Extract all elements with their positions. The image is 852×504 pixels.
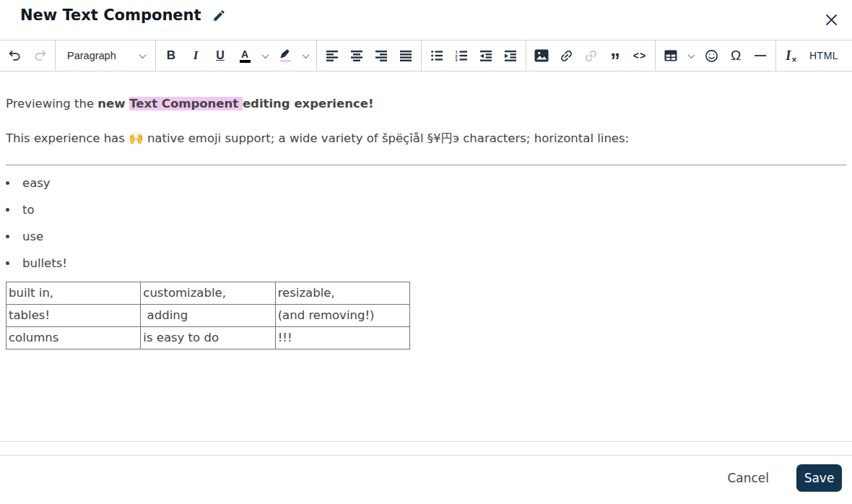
- cancel-button[interactable]: Cancel: [718, 465, 778, 491]
- list-group: 123: [422, 40, 526, 71]
- unlink-button[interactable]: [578, 44, 603, 67]
- emoji-icon: [705, 49, 718, 63]
- redo-icon: [32, 48, 47, 63]
- paragraph-format-label: Paragraph: [67, 50, 116, 61]
- table-cell[interactable]: tables!: [6, 305, 141, 327]
- save-button[interactable]: Save: [796, 464, 842, 492]
- chevron-down-icon: [261, 51, 269, 58]
- undo-button[interactable]: [3, 44, 27, 67]
- inline-format-group: B I U A: [156, 40, 317, 71]
- list-item: to: [18, 201, 846, 219]
- close-icon: [825, 17, 838, 28]
- italic-icon: I: [194, 48, 199, 63]
- edit-title-button[interactable]: [212, 9, 226, 25]
- paragraph-intro: Previewing the new Text Component editin…: [6, 95, 846, 113]
- align-center-icon: [350, 50, 363, 61]
- insert-group: ” <>: [526, 40, 656, 71]
- align-left-icon: [326, 50, 339, 61]
- editor-toolbar: Paragraph B I U A: [0, 40, 852, 71]
- page-title: New Text Component: [20, 6, 201, 25]
- horizontal-rule-button[interactable]: —: [748, 44, 773, 67]
- indent-icon: [504, 50, 517, 61]
- align-center-button[interactable]: [344, 44, 369, 67]
- history-group: [0, 40, 56, 71]
- table-row: columns is easy to do !!!: [6, 327, 410, 349]
- objects-group: Ω —: [656, 40, 776, 71]
- redo-button[interactable]: [27, 44, 52, 67]
- align-right-button[interactable]: [369, 44, 394, 67]
- intro-highlighted-text: Text Component: [129, 97, 243, 110]
- bullet-list: easy to use bullets!: [6, 175, 846, 272]
- bullet-list-button[interactable]: [425, 44, 449, 67]
- align-left-button[interactable]: [320, 44, 344, 67]
- special-char-button[interactable]: Ω: [723, 44, 748, 67]
- unlink-icon: [583, 48, 599, 64]
- misc-group: I× HTML: [776, 40, 847, 71]
- table-cell[interactable]: !!!: [275, 327, 409, 349]
- highlight-color-menu-button[interactable]: [297, 44, 313, 67]
- list-item: bullets!: [18, 255, 846, 272]
- blockquote-button[interactable]: ”: [603, 44, 627, 67]
- chevron-down-icon: [302, 51, 309, 58]
- code-icon: <>: [633, 50, 646, 61]
- outdent-button[interactable]: [474, 44, 498, 67]
- table-menu-button[interactable]: [683, 44, 699, 67]
- html-button-label: HTML: [809, 50, 838, 61]
- underline-button[interactable]: U: [208, 44, 232, 67]
- table-icon: [664, 50, 677, 61]
- table-cell[interactable]: is easy to do: [141, 327, 275, 349]
- chevron-down-icon: [687, 51, 695, 58]
- insert-link-button[interactable]: [554, 44, 578, 67]
- paragraph-format-select[interactable]: Paragraph: [58, 44, 152, 67]
- bold-button[interactable]: B: [159, 44, 183, 67]
- highlighter-icon: [279, 49, 291, 62]
- table-row: built in, customizable, resizable,: [6, 282, 410, 305]
- content-table: built in, customizable, resizable, table…: [6, 282, 410, 349]
- bold-icon: B: [167, 48, 175, 63]
- table-cell[interactable]: (and removing!): [275, 305, 409, 327]
- bullet-list-icon: [430, 50, 443, 61]
- intro-bold-tail: editing experience!: [243, 97, 374, 110]
- clear-formatting-button[interactable]: I×: [779, 44, 804, 67]
- table-cell[interactable]: resizable,: [275, 282, 409, 305]
- highlight-color-button[interactable]: [273, 44, 297, 67]
- modal-header: New Text Component: [0, 0, 852, 40]
- horizontal-rule-icon: —: [755, 49, 766, 62]
- align-justify-button[interactable]: [394, 44, 418, 67]
- list-item: easy: [18, 175, 846, 192]
- link-icon: [559, 48, 574, 64]
- align-group: [317, 40, 422, 71]
- intro-bold-new: new: [97, 97, 129, 110]
- image-icon: [534, 49, 549, 62]
- editor-content-area[interactable]: Previewing the new Text Component editin…: [0, 71, 852, 442]
- table-cell[interactable]: built in,: [6, 282, 141, 305]
- text-color-menu-button[interactable]: [257, 44, 273, 67]
- table-cell[interactable]: adding: [141, 305, 275, 327]
- close-button[interactable]: [824, 12, 839, 27]
- italic-button[interactable]: I: [183, 44, 208, 67]
- paragraph-features: This experience has 🙌 native emoji suppo…: [6, 130, 846, 147]
- table-button[interactable]: [658, 44, 683, 67]
- numbered-list-button[interactable]: 123: [449, 44, 474, 67]
- table-row: tables! adding (and removing!): [6, 305, 410, 327]
- intro-text: Previewing the: [6, 97, 97, 110]
- text-color-icon: A: [240, 49, 251, 63]
- modal-footer: Cancel Save: [0, 455, 852, 503]
- undo-icon: [8, 48, 22, 63]
- chevron-down-icon: [139, 51, 147, 58]
- pencil-icon: [212, 14, 226, 25]
- content-footer-gap: [0, 442, 852, 455]
- insert-image-button[interactable]: [529, 44, 554, 67]
- numbered-list-icon: 123: [455, 50, 468, 61]
- list-item: use: [18, 228, 846, 246]
- table-cell[interactable]: customizable,: [141, 282, 275, 305]
- omega-icon: Ω: [731, 48, 741, 64]
- indent-button[interactable]: [498, 44, 523, 67]
- align-right-icon: [375, 50, 388, 61]
- text-color-button[interactable]: A: [232, 44, 257, 67]
- code-button[interactable]: <>: [627, 44, 652, 67]
- table-cell[interactable]: columns: [6, 327, 141, 349]
- clear-formatting-icon: I×: [786, 48, 796, 64]
- emoji-button[interactable]: [699, 44, 723, 67]
- html-button[interactable]: HTML: [804, 44, 844, 67]
